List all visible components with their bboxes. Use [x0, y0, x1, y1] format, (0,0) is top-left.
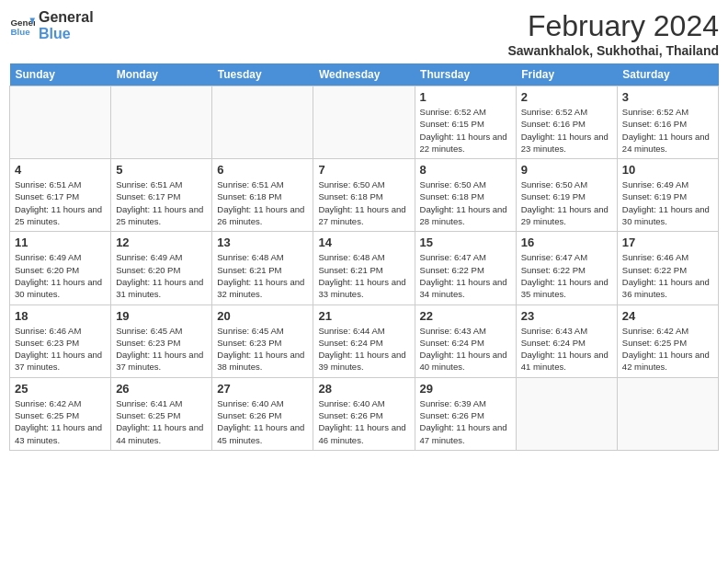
day-info: Sunrise: 6:50 AMSunset: 6:18 PMDaylight:… [420, 178, 511, 227]
calendar-cell: 16Sunrise: 6:47 AMSunset: 6:22 PMDayligh… [516, 232, 617, 304]
month-year-title: February 2024 [508, 9, 720, 43]
calendar-cell: 7Sunrise: 6:50 AMSunset: 6:18 PMDaylight… [313, 159, 415, 232]
calendar-cell: 8Sunrise: 6:50 AMSunset: 6:18 PMDaylight… [415, 159, 516, 232]
day-number: 22 [420, 309, 511, 323]
title-block: February 2024 Sawankhalok, Sukhothai, Th… [508, 9, 720, 58]
day-number: 6 [217, 163, 308, 177]
day-number: 23 [521, 309, 612, 323]
day-info: Sunrise: 6:51 AMSunset: 6:17 PMDaylight:… [15, 178, 106, 227]
calendar-cell [10, 86, 111, 159]
logo-blue: Blue [39, 26, 94, 42]
calendar-cell: 22Sunrise: 6:43 AMSunset: 6:24 PMDayligh… [415, 304, 516, 377]
day-number: 1 [420, 90, 511, 104]
weekday-header-saturday: Saturday [617, 63, 718, 86]
day-info: Sunrise: 6:49 AMSunset: 6:20 PMDaylight:… [15, 251, 106, 300]
calendar-cell: 5Sunrise: 6:51 AMSunset: 6:17 PMDaylight… [111, 159, 212, 232]
calendar-cell: 24Sunrise: 6:42 AMSunset: 6:25 PMDayligh… [617, 304, 718, 377]
day-number: 28 [318, 382, 409, 396]
calendar-cell: 14Sunrise: 6:48 AMSunset: 6:21 PMDayligh… [313, 232, 415, 304]
logo-general: General [39, 9, 94, 26]
calendar-cell: 17Sunrise: 6:46 AMSunset: 6:22 PMDayligh… [617, 232, 718, 304]
day-info: Sunrise: 6:43 AMSunset: 6:24 PMDaylight:… [420, 325, 511, 373]
day-number: 4 [15, 163, 106, 177]
calendar-cell: 29Sunrise: 6:39 AMSunset: 6:26 PMDayligh… [415, 377, 516, 450]
day-number: 13 [217, 236, 308, 249]
calendar-cell [111, 86, 212, 159]
day-number: 17 [622, 236, 713, 249]
day-number: 3 [622, 90, 713, 104]
day-number: 7 [318, 163, 409, 177]
day-number: 27 [217, 382, 308, 396]
day-number: 10 [622, 163, 713, 177]
calendar-table: SundayMondayTuesdayWednesdayThursdayFrid… [9, 63, 719, 451]
week-row-2: 11Sunrise: 6:49 AMSunset: 6:20 PMDayligh… [10, 232, 719, 304]
weekday-header-friday: Friday [516, 63, 617, 86]
day-number: 21 [318, 309, 409, 323]
day-info: Sunrise: 6:47 AMSunset: 6:22 PMDaylight:… [420, 251, 511, 300]
calendar-cell: 13Sunrise: 6:48 AMSunset: 6:21 PMDayligh… [212, 232, 313, 304]
day-info: Sunrise: 6:45 AMSunset: 6:23 PMDaylight:… [217, 325, 308, 373]
calendar-cell: 12Sunrise: 6:49 AMSunset: 6:20 PMDayligh… [111, 232, 212, 304]
weekday-header-tuesday: Tuesday [212, 63, 313, 86]
calendar-cell: 25Sunrise: 6:42 AMSunset: 6:25 PMDayligh… [10, 377, 111, 450]
day-info: Sunrise: 6:40 AMSunset: 6:26 PMDaylight:… [318, 397, 409, 446]
day-info: Sunrise: 6:47 AMSunset: 6:22 PMDaylight:… [521, 251, 612, 300]
day-info: Sunrise: 6:42 AMSunset: 6:25 PMDaylight:… [15, 397, 106, 446]
calendar-cell [516, 377, 617, 450]
calendar-cell: 23Sunrise: 6:43 AMSunset: 6:24 PMDayligh… [516, 304, 617, 377]
calendar-cell [617, 377, 718, 450]
day-info: Sunrise: 6:51 AMSunset: 6:17 PMDaylight:… [116, 178, 207, 227]
day-info: Sunrise: 6:52 AMSunset: 6:16 PMDaylight:… [521, 106, 612, 155]
page-header: General Blue General Blue February 2024 … [9, 9, 719, 58]
day-info: Sunrise: 6:50 AMSunset: 6:19 PMDaylight:… [521, 178, 612, 227]
calendar-cell: 26Sunrise: 6:41 AMSunset: 6:25 PMDayligh… [111, 377, 212, 450]
day-number: 25 [15, 382, 106, 396]
calendar-cell: 18Sunrise: 6:46 AMSunset: 6:23 PMDayligh… [10, 304, 111, 377]
day-info: Sunrise: 6:52 AMSunset: 6:16 PMDaylight:… [622, 106, 713, 155]
calendar-cell: 20Sunrise: 6:45 AMSunset: 6:23 PMDayligh… [212, 304, 313, 377]
calendar-cell: 2Sunrise: 6:52 AMSunset: 6:16 PMDaylight… [516, 86, 617, 159]
weekday-header-wednesday: Wednesday [313, 63, 415, 86]
day-number: 24 [622, 309, 713, 323]
day-info: Sunrise: 6:46 AMSunset: 6:22 PMDaylight:… [622, 251, 713, 300]
logo-icon: General Blue [9, 13, 35, 39]
day-number: 14 [318, 236, 409, 249]
day-number: 26 [116, 382, 207, 396]
weekday-header-sunday: Sunday [10, 63, 111, 86]
calendar-cell: 3Sunrise: 6:52 AMSunset: 6:16 PMDaylight… [617, 86, 718, 159]
day-info: Sunrise: 6:49 AMSunset: 6:20 PMDaylight:… [116, 251, 207, 300]
day-number: 5 [116, 163, 207, 177]
calendar-cell: 9Sunrise: 6:50 AMSunset: 6:19 PMDaylight… [516, 159, 617, 232]
day-number: 8 [420, 163, 511, 177]
day-info: Sunrise: 6:42 AMSunset: 6:25 PMDaylight:… [622, 325, 713, 373]
day-info: Sunrise: 6:40 AMSunset: 6:26 PMDaylight:… [217, 397, 308, 446]
day-info: Sunrise: 6:45 AMSunset: 6:23 PMDaylight:… [116, 325, 207, 373]
day-number: 29 [420, 382, 511, 396]
day-number: 18 [15, 309, 106, 323]
day-info: Sunrise: 6:41 AMSunset: 6:25 PMDaylight:… [116, 397, 207, 446]
calendar-cell: 1Sunrise: 6:52 AMSunset: 6:15 PMDaylight… [415, 86, 516, 159]
day-info: Sunrise: 6:39 AMSunset: 6:26 PMDaylight:… [420, 397, 511, 446]
calendar-cell [313, 86, 415, 159]
location-subtitle: Sawankhalok, Sukhothai, Thailand [508, 43, 720, 58]
weekday-header-row: SundayMondayTuesdayWednesdayThursdayFrid… [10, 63, 719, 86]
weekday-header-thursday: Thursday [415, 63, 516, 86]
week-row-3: 18Sunrise: 6:46 AMSunset: 6:23 PMDayligh… [10, 304, 719, 377]
calendar-cell: 19Sunrise: 6:45 AMSunset: 6:23 PMDayligh… [111, 304, 212, 377]
calendar-cell: 4Sunrise: 6:51 AMSunset: 6:17 PMDaylight… [10, 159, 111, 232]
day-info: Sunrise: 6:52 AMSunset: 6:15 PMDaylight:… [420, 106, 511, 155]
day-number: 16 [521, 236, 612, 249]
calendar-cell: 28Sunrise: 6:40 AMSunset: 6:26 PMDayligh… [313, 377, 415, 450]
calendar-cell [212, 86, 313, 159]
day-info: Sunrise: 6:43 AMSunset: 6:24 PMDaylight:… [521, 325, 612, 373]
day-info: Sunrise: 6:48 AMSunset: 6:21 PMDaylight:… [217, 251, 308, 300]
day-info: Sunrise: 6:51 AMSunset: 6:18 PMDaylight:… [217, 178, 308, 227]
week-row-1: 4Sunrise: 6:51 AMSunset: 6:17 PMDaylight… [10, 159, 719, 232]
day-number: 19 [116, 309, 207, 323]
day-number: 11 [15, 236, 106, 249]
day-info: Sunrise: 6:49 AMSunset: 6:19 PMDaylight:… [622, 178, 713, 227]
day-number: 12 [116, 236, 207, 249]
calendar-cell: 6Sunrise: 6:51 AMSunset: 6:18 PMDaylight… [212, 159, 313, 232]
calendar-cell: 11Sunrise: 6:49 AMSunset: 6:20 PMDayligh… [10, 232, 111, 304]
calendar-cell: 10Sunrise: 6:49 AMSunset: 6:19 PMDayligh… [617, 159, 718, 232]
